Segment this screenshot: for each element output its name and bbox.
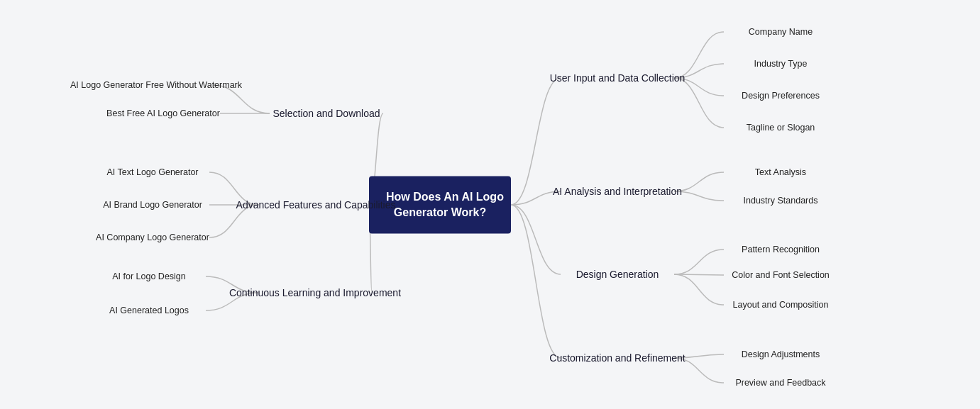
mindmap-container: How Does An AI LogoGenerator Work?Select… — [0, 0, 980, 409]
node-industry-type: Industry Type — [754, 59, 808, 69]
node-preview-and-feedback: Preview and Feedback — [735, 378, 825, 388]
node-ai-logo-generator-free-without-watermark: AI Logo Generator Free Without Watermark — [70, 80, 242, 90]
node-design-generation: Design Generation — [576, 269, 659, 280]
node-ai-for-logo-design: AI for Logo Design — [112, 271, 186, 281]
node-ai-analysis-and-interpretation: AI Analysis and Interpretation — [553, 186, 682, 197]
node-ai-company-logo-generator: AI Company Logo Generator — [96, 232, 209, 242]
node-company-name: Company Name — [749, 27, 813, 37]
node-color-and-font-selection: Color and Font Selection — [732, 270, 830, 280]
node-text-analysis: Text Analysis — [755, 167, 806, 177]
node-ai-generated-logos: AI Generated Logos — [109, 306, 189, 315]
node-customization-and-refinement: Customization and Refinement — [549, 352, 685, 364]
node-industry-standards: Industry Standards — [744, 196, 818, 206]
node-selection-and-download: Selection and Download — [273, 108, 380, 119]
node-best-free-ai-logo-generator: Best Free AI Logo Generator — [106, 108, 220, 118]
node-tagline-or-slogan: Tagline or Slogan — [747, 123, 815, 133]
node-user-input-and-data-collection: User Input and Data Collection — [550, 72, 686, 84]
node-design-preferences: Design Preferences — [742, 91, 820, 101]
node-ai-text-logo-generator: AI Text Logo Generator — [106, 167, 198, 177]
node-ai-brand-logo-generator: AI Brand Logo Generator — [103, 200, 202, 210]
node-layout-and-composition: Layout and Composition — [733, 300, 829, 310]
node-design-adjustments: Design Adjustments — [742, 349, 820, 359]
node-advanced-features-and-capabilities: Advanced Features and Capabilities — [236, 199, 396, 211]
node-pattern-recognition: Pattern Recognition — [742, 245, 820, 254]
node-continuous-learning-and-improvement: Continuous Learning and Improvement — [229, 287, 401, 298]
